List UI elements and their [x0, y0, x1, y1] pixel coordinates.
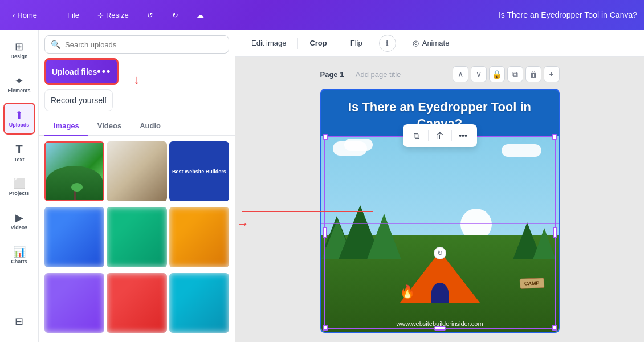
upload-more-icon[interactable]: •••	[97, 66, 111, 78]
fab-delete-button[interactable]: 🗑	[431, 127, 449, 145]
upload-files-button[interactable]: Upload files •••	[44, 58, 119, 85]
media-tabs: Images Videos Audio	[39, 117, 235, 136]
thumbnail-7[interactable]	[44, 273, 104, 333]
resize-icon: ⊹	[97, 11, 104, 19]
projects-icon: ⬜	[13, 178, 26, 189]
document-title: Is There an Eyedropper Tool in Canva?	[499, 10, 637, 19]
charts-icon: 📊	[13, 247, 26, 257]
undo-button[interactable]: ↺	[141, 6, 160, 24]
thumbnail-5[interactable]	[107, 207, 166, 267]
page-add-button[interactable]: +	[544, 66, 560, 82]
flip-button[interactable]: Flip	[344, 35, 369, 51]
campfire: 🔥	[400, 286, 415, 298]
file-button[interactable]: File	[62, 7, 85, 23]
page-controls: ∧ ∨ 🔒 ⧉ 🗑 +	[453, 66, 560, 82]
thumbnail-2[interactable]	[107, 141, 166, 201]
canvas-area: Edit image Crop Flip ℹ ◎ Animate Page 1 …	[235, 30, 644, 342]
page-number: Page 1	[320, 70, 344, 79]
main-layout: ⊞ Design ✦ Elements ⬆ Uploads T Text ⬜ P…	[0, 30, 644, 342]
back-button[interactable]: ‹ Home	[7, 7, 43, 23]
sidebar-item-elements[interactable]: ✦ Elements	[3, 68, 35, 100]
fire-emoji: 🔥	[400, 286, 415, 298]
page-title-bar: Page 1 - Add page title ∧ ∨ 🔒 ⧉ 🗑 +	[320, 66, 560, 82]
design-icon: ⊞	[15, 42, 23, 52]
tab-images[interactable]: Images	[44, 117, 88, 136]
record-btn-wrapper: ↓ Record yourself	[44, 89, 229, 111]
sidebar-item-apps[interactable]: ⊟	[3, 306, 35, 337]
thumbnail-6[interactable]	[169, 207, 229, 267]
sidebar-item-projects[interactable]: ⬜ Projects	[3, 171, 35, 203]
uploads-inner: 🔍 Upload files ••• ↓ Record yourself	[39, 30, 235, 117]
arrow-down-indicator: ↓	[134, 74, 140, 86]
redo-button[interactable]: ↻	[166, 6, 185, 24]
fab-sep-1	[428, 130, 429, 141]
sidebar-item-text[interactable]: T Text	[3, 137, 35, 169]
page-down-button[interactable]: ∨	[471, 66, 487, 82]
search-box: 🔍	[44, 35, 229, 54]
camp-sign: CAMP	[520, 278, 544, 288]
search-input[interactable]	[65, 40, 223, 49]
tree-right-1	[367, 214, 401, 259]
sidebar-item-videos[interactable]: ▶ Videos	[3, 205, 35, 237]
canvas-toolbar: Edit image Crop Flip ℹ ◎ Animate	[235, 30, 644, 57]
thumbnail-1[interactable]	[44, 141, 104, 201]
topbar-separator	[52, 8, 52, 22]
fab-copy-button[interactable]: ⧉	[407, 127, 426, 145]
edit-image-button[interactable]: Edit image	[244, 35, 293, 51]
info-button[interactable]: ℹ	[379, 35, 396, 52]
uploads-panel: 🔍 Upload files ••• ↓ Record yourself Ima…	[39, 30, 235, 342]
media-grid: Best Website Builders	[39, 136, 235, 342]
toolbar-divider-2	[339, 38, 339, 49]
page-lock-button[interactable]: 🔒	[489, 66, 505, 82]
page-area: Page 1 - Add page title ∧ ∨ 🔒 ⧉ 🗑 +	[235, 57, 644, 342]
page-duplicate-button[interactable]: ⧉	[507, 66, 523, 82]
animate-button[interactable]: ◎ Animate	[406, 35, 456, 51]
icon-nav: ⊞ Design ✦ Elements ⬆ Uploads T Text ⬜ P…	[0, 30, 39, 342]
animate-icon: ◎	[413, 39, 419, 47]
crop-button[interactable]: Crop	[303, 35, 333, 51]
record-yourself-button[interactable]: Record yourself	[44, 89, 113, 111]
topbar-left: ‹ Home File ⊹ Resize ↺ ↻ ☁	[7, 6, 210, 24]
toolbar-divider-4	[401, 38, 401, 49]
toolbar-divider-3	[374, 38, 374, 49]
separator: -	[348, 70, 350, 79]
cloud-2	[344, 139, 373, 151]
selection-line	[321, 223, 559, 224]
thumbnail-3[interactable]: Best Website Builders	[169, 141, 229, 201]
sidebar-item-charts[interactable]: 📊 Charts	[3, 239, 35, 271]
uploads-icon: ⬆	[15, 110, 23, 120]
float-action-bar: ⧉ 🗑 •••	[403, 124, 477, 147]
text-icon: T	[15, 144, 22, 155]
add-page-title[interactable]: Add page title	[356, 70, 401, 79]
resize-button[interactable]: ⊹ Resize	[92, 7, 134, 23]
tab-audio[interactable]: Audio	[131, 117, 170, 136]
toolbar-divider-1	[297, 38, 298, 49]
canvas-url: www.websitebuilderinsider.com	[321, 320, 559, 327]
rotate-handle[interactable]: ↻	[434, 247, 446, 259]
sidebar-item-design[interactable]: ⊞ Design	[3, 34, 35, 66]
thumbnail-9[interactable]	[169, 273, 229, 333]
fab-sep-2	[451, 130, 452, 141]
videos-icon: ▶	[15, 213, 23, 223]
tab-videos[interactable]: Videos	[88, 117, 131, 136]
fab-more-button[interactable]: •••	[454, 127, 472, 145]
canvas-card[interactable]: Is There an Eyedropper Tool in Canva? ⧉ …	[320, 89, 560, 333]
tent-door	[431, 283, 449, 303]
thumbnail-3-text: Best Website Builders	[170, 166, 229, 177]
tree-far-right-2	[533, 228, 556, 259]
search-icon: 🔍	[51, 40, 60, 49]
apps-icon: ⊟	[15, 316, 23, 327]
thumbnail-8[interactable]	[107, 273, 166, 333]
elements-icon: ✦	[15, 76, 23, 86]
topbar: ‹ Home File ⊹ Resize ↺ ↻ ☁ Is There an E…	[0, 0, 644, 30]
page-delete-button[interactable]: 🗑	[525, 66, 541, 82]
page-up-button[interactable]: ∧	[453, 66, 468, 82]
cloud-3	[502, 144, 541, 157]
sidebar-item-uploads[interactable]: ⬆ Uploads	[3, 103, 35, 135]
thumbnail-4[interactable]	[44, 207, 104, 267]
cloud-button[interactable]: ☁	[191, 6, 210, 24]
